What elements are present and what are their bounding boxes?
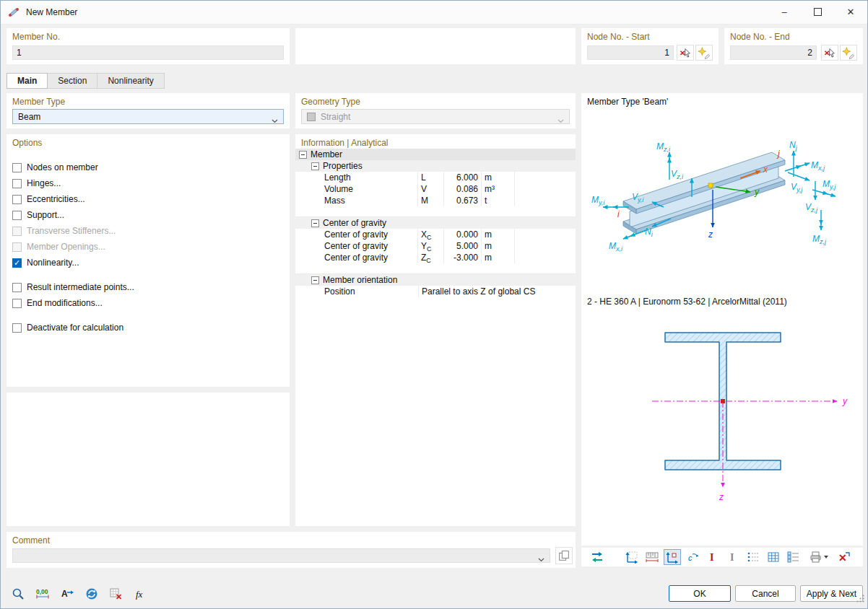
- print-button[interactable]: [805, 549, 831, 565]
- pick-node-end-button[interactable]: ✕: [821, 45, 838, 61]
- section-caption: 2 - HE 360 A | Euronorm 53-62 | ArcelorM…: [587, 297, 787, 307]
- tree-row-cog-y: Center of gravity YC 5.000 m: [295, 240, 576, 252]
- tree-row-center-of-gravity: Center of gravity: [295, 217, 576, 229]
- node-start-input[interactable]: [587, 45, 674, 60]
- label-vyj: Vy,j: [791, 182, 803, 193]
- ok-button[interactable]: OK: [669, 585, 731, 602]
- top-empty-panel: [295, 28, 576, 64]
- option-eccentricities[interactable]: Eccentricities...: [12, 193, 85, 206]
- resize-grip-icon: [856, 594, 865, 603]
- tree-row-member-orientation: Member orientation: [295, 274, 576, 286]
- tree-row-properties: Properties: [295, 160, 576, 172]
- collapse-icon[interactable]: [311, 276, 319, 284]
- reset-view-button[interactable]: ✕: [836, 549, 853, 565]
- member-no-label: Member No.: [12, 32, 60, 42]
- new-node-icon: [698, 46, 711, 59]
- section-outline-button[interactable]: I: [704, 549, 721, 565]
- pick-node-start-button[interactable]: ✕: [677, 45, 694, 61]
- information-label: Information | Analytical: [301, 138, 389, 148]
- window-title: New Member: [26, 7, 77, 17]
- apply-next-button[interactable]: Apply & Next: [800, 585, 863, 602]
- left-empty-panel: [6, 393, 290, 526]
- svg-text:✕: ✕: [824, 49, 830, 57]
- new-node-icon: [842, 46, 855, 59]
- information-panel: Information | Analytical Member Properti…: [295, 134, 576, 526]
- show-local-axes-button[interactable]: [664, 549, 681, 565]
- grid-icon: [766, 551, 781, 564]
- node-end-input[interactable]: [730, 45, 817, 60]
- node-end-label: Node No. - End: [730, 32, 790, 42]
- comment-combobox[interactable]: [12, 548, 550, 563]
- node-start-panel: Node No. - Start ✕: [581, 28, 719, 64]
- collapse-icon[interactable]: [299, 151, 307, 159]
- collapse-icon[interactable]: [311, 219, 319, 227]
- tab-main[interactable]: Main: [6, 73, 48, 89]
- label-mzj: Mz,j: [812, 234, 827, 245]
- rotate-icon: c: [685, 551, 700, 564]
- straight-geometry-icon: [307, 113, 316, 121]
- new-node-end-button[interactable]: [840, 45, 857, 61]
- section-solid-button[interactable]: I: [724, 549, 742, 565]
- option-member-openings: Member Openings...: [12, 240, 105, 253]
- label-vzi: Vz,i: [671, 169, 684, 180]
- tab-nonlinearity[interactable]: Nonlinearity: [97, 73, 164, 89]
- geometry-type-label: Geometry Type: [301, 97, 360, 107]
- maximize-button[interactable]: [801, 1, 834, 23]
- rename-button[interactable]: A: [57, 584, 77, 604]
- member-type-label: Member Type: [12, 97, 65, 107]
- minimize-button[interactable]: –: [768, 1, 801, 23]
- preview-toolbar: c I I: [581, 548, 863, 566]
- tab-section[interactable]: Section: [48, 73, 97, 89]
- svg-text:I: I: [710, 552, 713, 563]
- label-x-axis: x: [763, 165, 768, 175]
- tree-row-cog-x: Center of gravity XC 0.000 m: [295, 229, 576, 240]
- option-hinges[interactable]: Hinges...: [12, 177, 61, 190]
- show-dimensions-button[interactable]: [643, 549, 661, 565]
- cancel-button[interactable]: Cancel: [735, 585, 796, 602]
- checkbox-icon: [12, 323, 22, 333]
- beam-3d-view[interactable]: Mz,i Vz,i My,i Vy,i Ni Mx,i Nj Mx,j Vy,j…: [583, 109, 862, 295]
- formula-button[interactable]: fx: [131, 584, 151, 604]
- close-button[interactable]: ✕: [834, 1, 867, 23]
- label-nj: Nj: [789, 140, 798, 152]
- close-icon: ✕: [847, 6, 855, 17]
- stress-points-button[interactable]: [745, 549, 762, 565]
- label-mzi: Mz,i: [656, 141, 671, 153]
- find-member-button[interactable]: [8, 584, 28, 604]
- render-mode-button[interactable]: [589, 549, 606, 565]
- option-nonlinearity[interactable]: Nonlinearity...: [12, 256, 79, 269]
- copy-icon: [557, 549, 570, 562]
- tab-strip: Main Section Nonlinearity: [6, 73, 165, 89]
- option-deactivate-for-calculation[interactable]: Deactivate for calculation: [12, 321, 123, 334]
- copy-comment-button[interactable]: [555, 547, 573, 564]
- tree-gap: [295, 263, 576, 274]
- rename-icon: A: [60, 587, 74, 601]
- titlebar: New Member – ✕: [1, 1, 867, 25]
- collapse-icon[interactable]: [311, 162, 319, 170]
- rotate-section-button[interactable]: c: [684, 549, 701, 565]
- magnifier-icon: [11, 587, 25, 601]
- new-node-start-button[interactable]: [695, 45, 713, 61]
- label-vzj: Vz,j: [805, 202, 818, 214]
- delete-results-button[interactable]: ✕: [106, 584, 126, 604]
- option-nodes-on-member[interactable]: Nodes on member: [12, 161, 98, 174]
- refresh-button[interactable]: [82, 584, 102, 604]
- member-type-dropdown[interactable]: Beam: [12, 109, 284, 124]
- member-no-input[interactable]: [12, 45, 284, 60]
- cross-section-view[interactable]: y z: [583, 311, 862, 535]
- checkbox-icon: [12, 163, 22, 172]
- geometry-type-dropdown: Straight: [301, 109, 570, 124]
- member-type-value: Beam: [18, 112, 40, 122]
- option-support[interactable]: Support...: [12, 209, 64, 222]
- resize-grip[interactable]: [856, 593, 865, 606]
- node-end-panel: Node No. - End ✕: [724, 28, 863, 64]
- decimal-places-button[interactable]: 0,00: [32, 584, 53, 604]
- numbering-button[interactable]: [785, 549, 802, 565]
- tree-label: Center of gravity: [323, 218, 386, 228]
- option-end-modifications[interactable]: End modifications...: [12, 297, 103, 310]
- minimize-icon: –: [781, 6, 786, 17]
- grid-button[interactable]: [765, 549, 782, 565]
- show-axes-button[interactable]: [623, 549, 641, 565]
- option-result-intermediate-points[interactable]: Result intermediate points...: [12, 281, 134, 294]
- reset-view-icon: ✕: [837, 551, 851, 564]
